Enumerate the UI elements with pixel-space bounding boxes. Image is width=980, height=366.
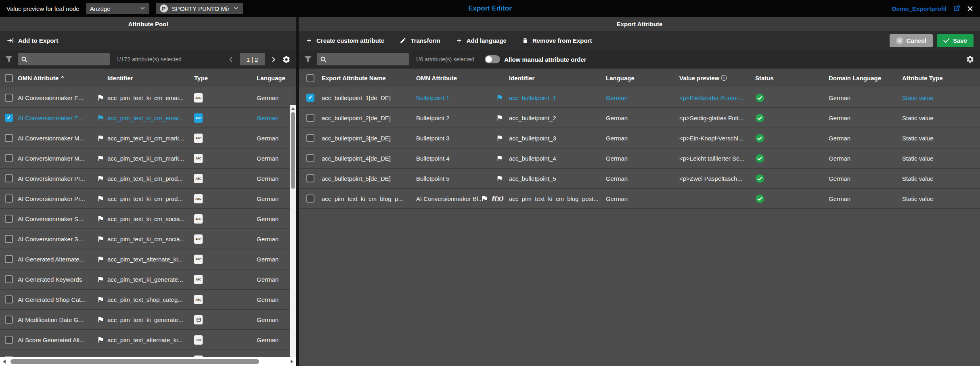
leaf-node-select[interactable]: Anzüge — [86, 3, 149, 14]
row-checkbox[interactable] — [5, 295, 13, 303]
row-checkbox[interactable] — [5, 134, 13, 142]
filter-funnel-icon[interactable] — [5, 56, 13, 63]
export-col-name[interactable]: Export Attribute Name — [322, 75, 416, 82]
export-attribute-name: acc_bulletpoint_5[de_DE] — [322, 175, 416, 182]
gear-icon[interactable] — [966, 55, 974, 64]
identifier: acc_pim_text_ki_cm_emai... — [107, 115, 194, 121]
open-external-icon[interactable] — [953, 4, 961, 13]
export-col-language[interactable]: Language — [606, 75, 679, 82]
pool-col-type[interactable]: Type — [194, 75, 257, 82]
row-checkbox[interactable] — [306, 114, 314, 122]
number-type-icon: 123 — [194, 335, 203, 345]
add-to-export-button[interactable]: Add to Export — [6, 37, 58, 44]
table-row[interactable]: AI Generated Alternate... acc_pim_text_a… — [0, 249, 290, 270]
export-col-attribute-type[interactable]: Attribute Type — [902, 75, 980, 82]
pool-col-identifier[interactable]: Identifier — [107, 75, 194, 82]
pool-col-omn-attribute[interactable]: OMN Attribute^ — [18, 75, 107, 82]
export-col-status[interactable]: Status — [755, 75, 829, 82]
chevron-right-icon[interactable] — [270, 56, 276, 63]
top-bar-left: Value preview for leaf node Anzüge P SPO… — [6, 3, 243, 14]
table-row[interactable]: AI Generated Keywords acc_pim_text_ki_ge… — [0, 270, 290, 290]
row-checkbox[interactable] — [5, 275, 13, 283]
pool-col-language[interactable]: Language — [257, 75, 296, 82]
identifier: acc_pim_text_ki_cm_mark... — [107, 135, 194, 142]
export-col-omn-attribute[interactable]: OMN Attribute — [416, 75, 509, 82]
table-row[interactable]: AI Score Generated Sh... acc_pim_text_sh… — [0, 350, 290, 357]
row-checkbox[interactable] — [306, 174, 314, 182]
table-row[interactable]: acc_bulletpoint_2[de_DE] Bulletpoint 2 a… — [299, 108, 980, 128]
create-custom-attribute-button[interactable]: Create custom attribute — [306, 37, 384, 44]
export-col-value-preview[interactable]: Value previewⓘ — [679, 75, 755, 82]
row-checkbox[interactable] — [306, 134, 314, 142]
flag-icon — [496, 175, 503, 182]
table-row[interactable]: AI Generated Shop Cat... acc_pim_text_sh… — [0, 290, 290, 310]
table-row[interactable]: AI Conversionmaker Pr... acc_pim_text_ki… — [0, 169, 290, 189]
chevron-left-icon[interactable] — [228, 56, 234, 63]
transform-button[interactable]: Transform — [400, 37, 440, 44]
manual-order-toggle[interactable] — [485, 55, 500, 63]
vertical-scroll-thumb[interactable] — [291, 112, 295, 189]
scroll-right-icon[interactable] — [291, 360, 293, 364]
add-language-button[interactable]: Add language — [456, 37, 507, 44]
attribute-pool-search-input[interactable] — [31, 56, 107, 63]
table-row[interactable]: acc_bulletpoint_5[de_DE] Bulletpoint 5 a… — [299, 169, 980, 189]
gear-icon[interactable] — [282, 55, 291, 64]
sort-asc-icon: ^ — [61, 75, 64, 81]
vertical-scrollbar[interactable] — [290, 105, 296, 366]
table-row[interactable]: acc_bulletpoint_4[de_DE] Bulletpoint 4 a… — [299, 148, 980, 169]
product-select[interactable]: P SPORTY PUNTO Mix & ... — [156, 3, 243, 14]
table-row[interactable]: AI Conversionmaker S... acc_pim_text_ki_… — [0, 209, 290, 229]
row-checkbox[interactable] — [5, 316, 13, 324]
remove-from-export-button[interactable]: Remove from Export — [522, 37, 592, 44]
export-search-input[interactable] — [330, 56, 406, 63]
row-checkbox[interactable] — [5, 114, 13, 122]
omn-attribute-name: AI Conversionmaker M... — [18, 155, 97, 162]
row-checkbox[interactable] — [306, 154, 314, 162]
product-select-value: SPORTY PUNTO Mix & ... — [172, 5, 229, 12]
scroll-left-icon[interactable] — [3, 360, 6, 364]
export-profile-name[interactable]: Demo_Exportprofil — [892, 5, 946, 12]
flag-icon — [97, 276, 104, 283]
table-row[interactable]: acc_pim_text_ki_cm_blog_p... AI Conversi… — [299, 189, 980, 209]
row-checkbox[interactable] — [5, 195, 13, 203]
table-row[interactable]: acc_bulletpoint_3[de_DE] Bulletpoint 3 a… — [299, 128, 980, 148]
table-row[interactable]: AI Conversionmaker Pr... acc_pim_text_ki… — [0, 189, 290, 209]
scroll-up-icon[interactable] — [291, 107, 295, 110]
table-row[interactable]: AI Conversionmaker M... acc_pim_text_ki_… — [0, 128, 290, 148]
table-row[interactable]: AI Conversionmaker E... acc_pim_text_ki_… — [0, 88, 290, 108]
table-row[interactable]: AI Score Generated Alt... acc_pim_text_a… — [0, 330, 290, 350]
attribute-type: Static value — [902, 115, 980, 121]
export-col-identifier[interactable]: Identifier — [509, 75, 606, 82]
table-row[interactable]: AI Modification Date G... acc_pim_text_k… — [0, 310, 290, 330]
cancel-button[interactable]: Cancel — [890, 34, 933, 47]
horizontal-scrollbar[interactable] — [0, 357, 296, 366]
chevron-down-icon — [233, 5, 239, 12]
row-checkbox[interactable] — [5, 215, 13, 223]
row-checkbox[interactable] — [5, 255, 13, 263]
row-checkbox[interactable] — [5, 336, 13, 344]
table-row[interactable]: AI Conversionmaker E... acc_pim_text_ki_… — [0, 108, 290, 128]
identifier: acc_bulletpoint_4 — [509, 155, 606, 162]
table-row[interactable]: AI Conversionmaker S... acc_pim_text_ki_… — [0, 229, 290, 249]
select-all-checkbox[interactable] — [306, 74, 314, 82]
row-checkbox[interactable] — [5, 235, 13, 243]
arrow-to-bar-icon — [6, 37, 14, 44]
row-checkbox[interactable] — [306, 195, 314, 203]
select-all-checkbox[interactable] — [5, 74, 13, 82]
row-checkbox[interactable] — [5, 154, 13, 162]
flag-icon — [97, 175, 104, 182]
row-checkbox[interactable] — [5, 174, 13, 182]
save-button[interactable]: Save — [937, 34, 974, 47]
filter-funnel-icon[interactable] — [304, 56, 312, 63]
status-ok-icon — [755, 113, 764, 123]
status-ok-icon — [755, 174, 764, 183]
status — [755, 154, 829, 163]
horizontal-scroll-thumb[interactable] — [10, 359, 259, 364]
omn-attribute-name: AI Conversionmaker Pr... — [18, 175, 97, 182]
row-checkbox[interactable] — [306, 94, 314, 102]
table-row[interactable]: AI Conversionmaker M... acc_pim_text_ki_… — [0, 148, 290, 169]
close-icon[interactable] — [967, 5, 974, 12]
export-col-domain-language[interactable]: Domain Language — [829, 75, 902, 82]
table-row[interactable]: acc_bulletpoint_1[de_DE] Bulletpoint 1 a… — [299, 88, 980, 108]
row-checkbox[interactable] — [5, 94, 13, 102]
